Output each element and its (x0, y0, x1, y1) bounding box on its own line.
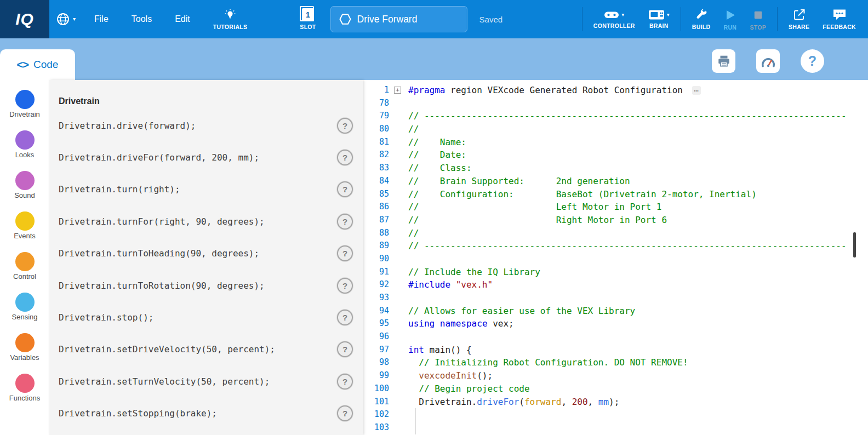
code-line[interactable]: 88// (363, 227, 868, 240)
category-variables[interactable]: Variables (0, 333, 49, 374)
language-selector[interactable]: ▾ (56, 12, 76, 26)
project-name-button[interactable]: Drive Forward (330, 6, 467, 32)
code-line[interactable]: 100 // Begin project code (363, 382, 868, 396)
command-text[interactable]: Drivetrain.setStopping(brake); (59, 408, 217, 419)
line-number: 89 (363, 239, 389, 253)
editor-scrollbar-thumb[interactable] (853, 232, 856, 257)
code-line[interactable]: 103 (363, 421, 868, 434)
command-row: Drivetrain.turnToRotation(90, degrees);? (59, 270, 353, 301)
code-line[interactable]: 86// Left Motor in Port 1 (363, 201, 868, 214)
print-console-button[interactable] (712, 49, 735, 73)
command-help-button[interactable]: ? (337, 245, 353, 261)
category-drivetrain[interactable]: Drivetrain (0, 90, 49, 130)
category-sound[interactable]: Sound (0, 171, 49, 211)
run-button[interactable]: RUN (717, 8, 743, 31)
code-line[interactable]: 83// Class: (363, 162, 868, 175)
code-text: // -------------------------------------… (408, 110, 847, 123)
command-help-button[interactable]: ? (337, 214, 353, 230)
command-help-button[interactable]: ? (337, 341, 353, 357)
tutorials-button[interactable]: TUTORIALS (213, 8, 248, 30)
menu-edit[interactable]: Edit (175, 14, 190, 24)
command-text[interactable]: Drivetrain.drive(forward); (59, 121, 196, 131)
category-looks[interactable]: Looks (0, 130, 49, 171)
line-number: 92 (363, 278, 389, 291)
folded-code-ellipsis[interactable]: ⋯ (692, 86, 701, 95)
code-line[interactable]: 85// Configuration: BaseBot (Drivetrain … (363, 188, 868, 201)
command-text[interactable]: Drivetrain.turn(right); (59, 184, 180, 194)
code-line[interactable]: 79// -----------------------------------… (363, 110, 868, 123)
category-events[interactable]: Events (0, 211, 49, 252)
code-line[interactable]: 91// Include the IQ Library (363, 266, 868, 279)
command-row: Drivetrain.turnFor(right, 90, degrees);? (59, 205, 353, 237)
command-help-button[interactable]: ? (337, 405, 353, 421)
line-number: 83 (363, 162, 389, 175)
line-number: 80 (363, 123, 389, 136)
dashboard-button[interactable] (756, 49, 780, 73)
code-line[interactable]: 96 (363, 330, 868, 344)
toolbar-divider (777, 7, 778, 31)
tab-code[interactable]: <> Code (0, 49, 75, 80)
vex-iq-logo: IQ (0, 0, 49, 38)
code-line[interactable]: 82// Date: (363, 148, 868, 162)
code-line[interactable]: 89// -----------------------------------… (363, 239, 868, 253)
command-text[interactable]: Drivetrain.turnToHeading(90, degrees); (59, 248, 259, 259)
code-line[interactable]: 102 (363, 408, 868, 421)
stop-button[interactable]: STOP (743, 8, 773, 31)
code-line[interactable]: 78 (363, 97, 868, 110)
feedback-button[interactable]: FEEDBACK (816, 8, 863, 30)
command-help-button[interactable]: ? (337, 118, 353, 134)
code-line[interactable]: 92#include "vex.h" (363, 278, 868, 291)
sensing-category-icon (15, 293, 35, 312)
variables-category-icon (15, 333, 35, 352)
command-text[interactable]: Drivetrain.setTurnVelocity(50, percent); (59, 376, 270, 387)
command-help-button[interactable]: ? (337, 310, 353, 325)
code-line[interactable]: 1+#pragma region VEXcode Generated Robot… (363, 84, 868, 97)
controller-button[interactable]: ▾ CONTROLLER (587, 9, 642, 29)
code-line[interactable]: 84// Brain Supported: 2nd generation (363, 175, 868, 188)
code-lines: 1+#pragma region VEXcode Generated Robot… (363, 84, 868, 434)
brain-button[interactable]: ▾ BRAIN (642, 9, 676, 29)
slot-button[interactable]: 1 SLOT (300, 8, 316, 30)
build-button[interactable]: BUILD (686, 8, 717, 30)
menu-file[interactable]: File (94, 14, 108, 24)
help-button[interactable]: ? (801, 49, 824, 73)
command-text[interactable]: Drivetrain.turnToRotation(90, degrees); (59, 281, 265, 291)
menu-tools[interactable]: Tools (132, 14, 152, 24)
chevron-down-icon: ▾ (667, 12, 670, 18)
code-line[interactable]: 90 (363, 253, 868, 266)
command-help-button[interactable]: ? (337, 150, 353, 165)
category-label: Functions (9, 394, 40, 402)
command-text[interactable]: Drivetrain.setDriveVelocity(50, percent)… (59, 344, 275, 354)
command-text[interactable]: Drivetrain.stop(); (59, 312, 153, 323)
command-text[interactable]: Drivetrain.driveFor(forward, 200, mm); (59, 152, 259, 163)
code-line[interactable]: 101 Drivetrain.driveFor(forward, 200, mm… (363, 396, 868, 409)
command-row: Drivetrain.setStopping(brake);? (59, 398, 353, 430)
share-button[interactable]: SHARE (782, 8, 816, 30)
command-help-button[interactable]: ? (337, 181, 353, 197)
code-text: // (408, 227, 419, 240)
question-mark-icon: ? (808, 53, 816, 69)
code-line[interactable]: 95using namespace vex; (363, 317, 868, 330)
fold-expand-icon[interactable]: + (394, 87, 401, 94)
code-line[interactable]: 99 vexcodeInit(); (363, 369, 868, 382)
code-line[interactable]: 97int main() { (363, 344, 868, 357)
code-line[interactable]: 93 (363, 291, 868, 305)
code-line[interactable]: 98 // Initializing Robot Configuration. … (363, 356, 868, 369)
command-help-button[interactable]: ? (337, 374, 353, 390)
code-line[interactable]: 80// (363, 123, 868, 136)
code-line[interactable]: 94// Allows for easier use of the VEX Li… (363, 305, 868, 318)
command-text[interactable]: Drivetrain.turnFor(right, 90, degrees); (59, 216, 265, 227)
feedback-label: FEEDBACK (823, 24, 856, 30)
category-functions[interactable]: Functions (0, 374, 49, 414)
command-help-button[interactable]: ? (337, 278, 353, 294)
code-line[interactable]: 81// Name: (363, 136, 868, 149)
code-text: #include "vex.h" (408, 278, 493, 291)
code-editor[interactable]: 1+#pragma region VEXcode Generated Robot… (363, 80, 868, 435)
code-text: // Allows for easier use of the VEX Libr… (408, 305, 635, 318)
gutter-fold-column (389, 356, 408, 369)
code-line[interactable]: 87// Right Motor in Port 6 (363, 214, 868, 227)
category-sensing[interactable]: Sensing (0, 293, 49, 333)
gutter-fold-column (389, 123, 408, 136)
line-number: 93 (363, 291, 389, 305)
category-control[interactable]: Control (0, 252, 49, 293)
